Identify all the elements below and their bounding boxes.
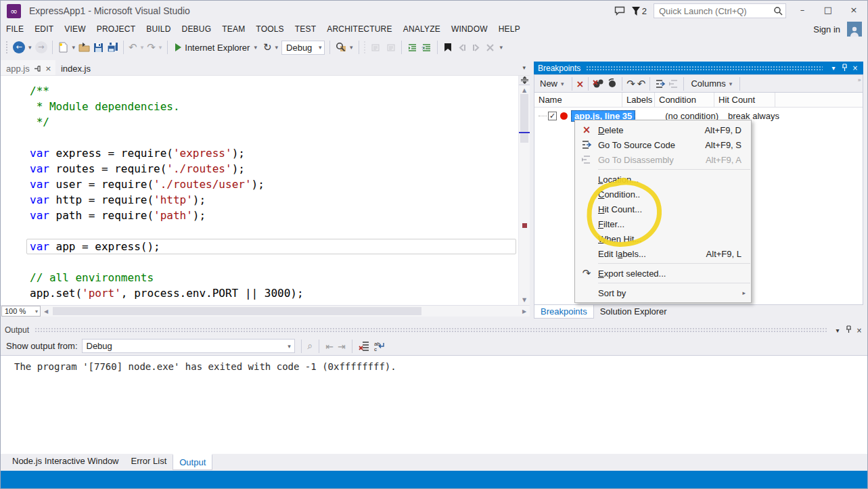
new-file-dropdown-icon[interactable]: ▾ [72,44,76,51]
import-breakpoints-icon[interactable]: ↶ [637,78,646,90]
context-menu-item-hit-count[interactable]: Hit Count... [575,202,751,216]
tab-index-js[interactable]: index.js [55,60,95,75]
navigate-back-button[interactable]: ← [13,41,25,53]
next-message-icon[interactable]: ⇥ [338,341,346,352]
go-to-disassembly-toolbar-icon[interactable] [668,78,679,89]
breakpoint-checkbox[interactable]: ✓ [548,112,557,120]
increase-indent-icon[interactable]: ? [421,42,432,53]
refresh-dropdown-icon[interactable]: ▾ [275,44,279,51]
find-dropdown-icon[interactable]: ▾ [349,44,354,51]
sign-in-link[interactable]: Sign in [806,24,847,34]
toolbar-grip-2[interactable] [364,41,367,53]
context-menu-item-condition[interactable]: Condition.. [575,187,751,202]
close-panel-icon[interactable]: × [850,64,861,72]
close-tab-icon[interactable]: × [45,64,51,73]
menu-edit[interactable]: EDIT [29,22,59,37]
context-menu-item-when-hit[interactable]: When Hit... [575,231,751,246]
menu-window[interactable]: WINDOW [446,22,493,37]
zoom-combo[interactable]: 100 % ▾ [1,306,41,317]
word-wrap-icon[interactable]: abc [374,340,386,352]
columns-button[interactable]: Columns ▾ [688,77,735,90]
new-file-icon[interactable] [58,42,69,53]
code-editor[interactable]: /** * Module dependencies. */ var expres… [1,75,530,305]
tab-breakpoints[interactable]: Breakpoints [534,305,594,319]
tab-nodejs-interactive-window[interactable]: Node.js Interactive Window [6,454,125,468]
toolbar-grip[interactable] [6,41,9,53]
column-condition[interactable]: Condition [655,93,714,107]
tab-app-js[interactable]: app.js × [1,60,55,75]
refresh-icon[interactable]: ↻ [263,41,272,53]
column-labels[interactable]: Labels [622,93,655,107]
minimize-button[interactable]: – [793,3,812,18]
bookmark-icon[interactable] [442,42,454,53]
column-hit-count[interactable]: Hit Count [714,93,775,107]
delete-breakpoint-icon[interactable]: × [576,78,585,89]
quick-launch-input[interactable] [654,3,786,18]
navigate-back-dropdown-icon[interactable]: ▾ [28,44,32,51]
output-position-dropdown-icon[interactable]: ▾ [832,327,843,334]
navigate-forward-button[interactable]: → [35,41,47,53]
redo-icon[interactable]: ↷ [147,41,156,53]
save-icon[interactable] [93,42,104,53]
close-button[interactable]: × [844,3,863,18]
menu-team[interactable]: TEAM [216,22,250,37]
menu-file[interactable]: FILE [1,22,29,37]
scroll-left-icon[interactable]: ◀ [41,308,51,315]
previous-message-icon[interactable]: ⇤ [325,341,334,352]
clear-all-output-icon[interactable] [359,340,370,352]
output-title-bar[interactable]: Output ▾ × [1,323,868,337]
feedback-icon[interactable] [614,6,625,16]
context-menu-item-go-to-source-code[interactable]: Go To Source CodeAlt+F9, S [575,137,751,152]
menu-architecture[interactable]: ARCHITECTURE [321,22,397,37]
toolbar-overflow-icon-2[interactable]: » [857,76,861,83]
document-list-dropdown-icon[interactable]: ▾ [522,64,526,71]
context-menu-item-location[interactable]: Location... [575,172,751,187]
find-in-files-icon[interactable] [335,42,346,53]
decrease-indent-icon[interactable] [407,42,418,53]
menu-test[interactable]: TEST [290,22,321,37]
maximize-button[interactable]: □ [819,3,838,18]
export-breakpoints-icon[interactable]: ↷ [626,78,635,90]
breakpoints-title-bar[interactable]: Breakpoints ▾ × [534,62,863,74]
menu-debug[interactable]: DEBUG [177,22,217,37]
disable-all-breakpoints-icon[interactable] [606,78,618,89]
previous-bookmark-icon[interactable] [457,42,468,53]
context-menu-item-sort-by[interactable]: Sort by▸ [575,285,751,300]
start-debugging-button[interactable]: Internet Explorer ▾ [173,41,260,54]
editor-splitter-handle[interactable] [519,76,530,85]
find-message-icon[interactable]: ⌕ [308,340,313,352]
menu-analyze[interactable]: ANALYZE [398,22,446,37]
output-pin-icon[interactable] [843,325,854,335]
menu-project[interactable]: PROJECT [91,22,141,37]
context-menu-item-filter[interactable]: Filter... [575,216,751,231]
menu-view[interactable]: VIEW [59,22,91,37]
undo-icon[interactable]: ↶ [129,41,137,53]
pin-tab-icon[interactable] [34,65,41,72]
scroll-right-icon[interactable]: ▶ [519,308,530,315]
new-breakpoint-button[interactable]: New ▾ [537,77,568,90]
uncomment-icon[interactable] [385,42,396,53]
output-content[interactable]: The program '[7760] node.exe' has exited… [1,355,868,454]
scroll-down-icon[interactable]: ▼ [519,295,530,305]
quick-launch-box[interactable] [654,3,786,18]
redo-dropdown-icon[interactable]: ▾ [158,44,163,51]
window-position-dropdown-icon[interactable]: ▾ [828,64,839,72]
menu-build[interactable]: BUILD [141,22,176,37]
context-menu-item-export-selected[interactable]: ↷Export selected... [575,266,751,281]
undo-dropdown-icon[interactable]: ▾ [140,44,145,51]
notifications-button[interactable]: 2 [632,6,647,16]
menu-help[interactable]: HELP [493,22,526,37]
save-all-icon[interactable] [107,42,118,53]
toolbar-overflow-icon[interactable]: ▾ [499,44,504,51]
pin-panel-icon[interactable] [839,64,850,73]
column-name[interactable]: Name [534,93,622,107]
editor-hscroll-thumb[interactable] [53,307,421,315]
context-menu-item-delete[interactable]: ×DeleteAlt+F9, D [575,122,751,137]
editor-vertical-scrollbar[interactable]: ▲ ▼ [518,76,530,305]
tab-output[interactable]: Output [173,454,212,470]
editor-vscroll-thumb[interactable] [520,94,528,143]
clear-bookmarks-icon[interactable] [485,42,497,53]
output-source-combo[interactable]: Debug ▾ [82,339,295,353]
go-to-source-toolbar-icon[interactable] [654,78,666,89]
editor-horizontal-scrollbar[interactable] [51,306,519,317]
